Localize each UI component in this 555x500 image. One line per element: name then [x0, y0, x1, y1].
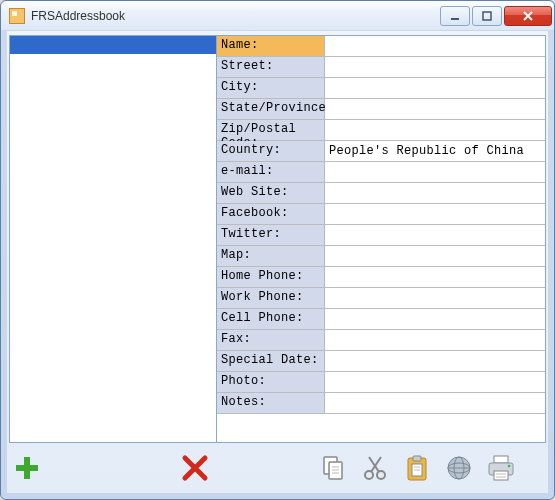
field-label: Facebook: [217, 204, 325, 224]
field-input[interactable] [325, 267, 545, 287]
field-input[interactable] [325, 393, 545, 413]
close-button[interactable] [504, 6, 552, 26]
field-row: Web Site: [217, 183, 545, 204]
svg-rect-1 [483, 12, 491, 20]
field-input[interactable] [325, 78, 545, 98]
svg-point-15 [365, 471, 373, 479]
cut-button[interactable] [357, 450, 393, 486]
field-label: Country: [217, 141, 325, 161]
copy-button[interactable] [315, 450, 351, 486]
delete-button[interactable] [177, 450, 213, 486]
field-label: Notes: [217, 393, 325, 413]
window-controls [440, 6, 552, 26]
field-input[interactable] [325, 120, 545, 140]
field-row: Name: [217, 36, 545, 57]
app-icon [9, 8, 25, 24]
minimize-button[interactable] [440, 6, 470, 26]
field-row: e-mail: [217, 162, 545, 183]
field-row: Home Phone: [217, 267, 545, 288]
contact-list[interactable] [10, 36, 217, 442]
toolbar [9, 445, 546, 491]
field-row: Map: [217, 246, 545, 267]
window-title: FRSAddressbook [31, 9, 440, 23]
svg-line-14 [371, 457, 381, 472]
add-button[interactable] [9, 450, 45, 486]
field-row: Zip/Postal Code: [217, 120, 545, 141]
svg-line-13 [369, 457, 379, 472]
print-button[interactable] [483, 450, 519, 486]
field-label: Web Site: [217, 183, 325, 203]
field-label: Street: [217, 57, 325, 77]
field-row: Special Date: [217, 351, 545, 372]
field-label: Fax: [217, 330, 325, 350]
field-label: City: [217, 78, 325, 98]
field-input[interactable] [325, 372, 545, 392]
field-row: Cell Phone: [217, 309, 545, 330]
field-label: Photo: [217, 372, 325, 392]
field-label: Work Phone: [217, 288, 325, 308]
maximize-button[interactable] [472, 6, 502, 26]
field-row: Fax: [217, 330, 545, 351]
field-row: Photo: [217, 372, 545, 393]
paste-button[interactable] [399, 450, 435, 486]
field-input[interactable] [325, 246, 545, 266]
field-label: Name: [217, 36, 325, 56]
field-label: Map: [217, 246, 325, 266]
field-input[interactable] [325, 351, 545, 371]
field-row: Country: [217, 141, 545, 162]
field-label: Twitter: [217, 225, 325, 245]
field-label: Special Date: [217, 351, 325, 371]
field-input[interactable] [325, 183, 545, 203]
field-input[interactable] [325, 330, 545, 350]
list-item[interactable] [10, 36, 216, 54]
globe-button[interactable] [441, 450, 477, 486]
field-input[interactable] [325, 36, 545, 56]
svg-rect-28 [494, 471, 508, 480]
field-label: State/Province: [217, 99, 325, 119]
field-row: City: [217, 78, 545, 99]
field-row: Street: [217, 57, 545, 78]
field-input[interactable] [325, 288, 545, 308]
svg-point-16 [377, 471, 385, 479]
field-input[interactable] [325, 309, 545, 329]
field-label: Cell Phone: [217, 309, 325, 329]
field-input[interactable] [325, 225, 545, 245]
titlebar[interactable]: FRSAddressbook [1, 1, 554, 31]
field-row: Work Phone: [217, 288, 545, 309]
detail-pane: Name:Street:City:State/Province:Zip/Post… [217, 36, 545, 442]
field-input[interactable] [325, 99, 545, 119]
field-input[interactable] [325, 57, 545, 77]
field-input[interactable] [325, 204, 545, 224]
app-window: FRSAddressbook Name:Street:City:State/Pr… [0, 0, 555, 500]
svg-point-29 [508, 465, 511, 468]
field-row: Facebook: [217, 204, 545, 225]
field-row: Notes: [217, 393, 545, 414]
svg-rect-26 [494, 456, 508, 463]
client-area: Name:Street:City:State/Province:Zip/Post… [9, 35, 546, 443]
field-input[interactable] [325, 162, 545, 182]
field-row: State/Province: [217, 99, 545, 120]
svg-rect-5 [16, 465, 38, 471]
field-row: Twitter: [217, 225, 545, 246]
field-input[interactable] [325, 141, 545, 161]
field-label: Home Phone: [217, 267, 325, 287]
svg-rect-18 [413, 456, 421, 461]
field-label: e-mail: [217, 162, 325, 182]
field-label: Zip/Postal Code: [217, 120, 325, 140]
